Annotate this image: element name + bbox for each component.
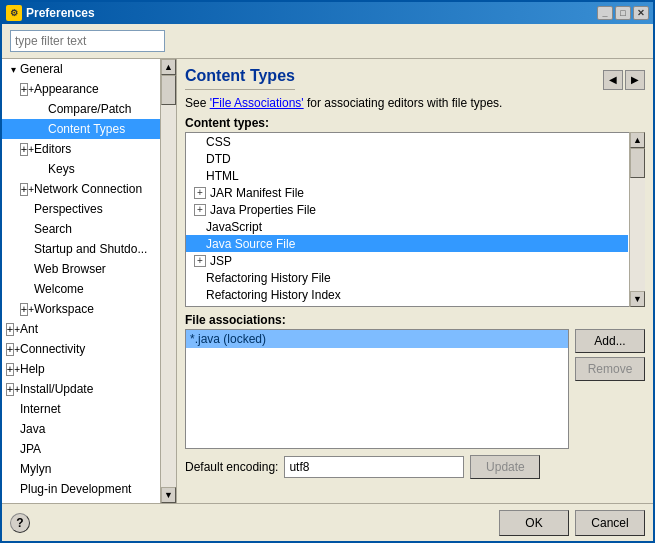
tree-item-compare-patch[interactable]: Compare/Patch: [2, 99, 160, 119]
tree-item-mylyn[interactable]: Mylyn: [2, 459, 160, 479]
tree-label-welcome: Welcome: [34, 282, 84, 296]
ct-scroll-thumb[interactable]: [630, 148, 645, 178]
tree-item-network-connection[interactable]: + Network Connection: [2, 179, 160, 199]
tree-item-help[interactable]: + Help: [2, 359, 160, 379]
scroll-down-button[interactable]: ▼: [161, 487, 176, 503]
tree-item-editors[interactable]: + Editors: [2, 139, 160, 159]
ok-button[interactable]: OK: [499, 510, 569, 536]
tree-area: General + Appearance: [2, 59, 160, 503]
ct-scroll-down[interactable]: ▼: [630, 291, 645, 307]
content-types-list: CSS DTD HTML +JAR Manifest File +Java Pr…: [186, 133, 628, 307]
help-button[interactable]: ?: [10, 513, 30, 533]
encoding-row: Default encoding: Update: [185, 455, 645, 479]
tree-item-content-types[interactable]: Content Types: [2, 119, 160, 139]
file-associations-label: File associations:: [185, 313, 645, 327]
expander-network-connection[interactable]: +: [20, 182, 34, 196]
tree-label-plugin-development: Plug-in Development: [20, 482, 131, 496]
expander-ant[interactable]: +: [6, 322, 20, 336]
tree-item-plugin-development[interactable]: Plug-in Development: [2, 479, 160, 499]
close-button[interactable]: ✕: [633, 6, 649, 20]
ct-javascript[interactable]: JavaScript: [186, 218, 628, 235]
expander-workspace[interactable]: +: [20, 302, 34, 316]
expander-connectivity[interactable]: +: [6, 342, 20, 356]
ct-html[interactable]: HTML: [186, 167, 628, 184]
left-scroll-area: General + Appearance: [2, 59, 176, 503]
tree-item-web-browser[interactable]: Web Browser: [2, 259, 160, 279]
tree-label-editors: Editors: [34, 142, 71, 156]
tree-label-compare-patch: Compare/Patch: [48, 102, 131, 116]
ct-jsp[interactable]: +JSP: [186, 252, 628, 269]
tree-item-connectivity[interactable]: + Connectivity: [2, 339, 160, 359]
encoding-label: Default encoding:: [185, 460, 278, 474]
expand-jar-manifest-icon: +: [194, 187, 206, 199]
bottom-buttons: OK Cancel: [499, 510, 645, 536]
expand-java-properties-icon: +: [194, 204, 206, 216]
tree-item-appearance[interactable]: + Appearance: [2, 79, 160, 99]
tree-item-keys[interactable]: Keys: [2, 159, 160, 179]
bottom-bar: ? OK Cancel: [2, 503, 653, 541]
file-associations-box: *.java (locked): [185, 329, 569, 449]
ct-refactoring-history[interactable]: Refactoring History File: [186, 269, 628, 286]
tree-label-internet: Internet: [20, 402, 61, 416]
expander-install-update[interactable]: +: [6, 382, 20, 396]
expander-editors[interactable]: +: [20, 142, 34, 156]
scroll-thumb[interactable]: [161, 75, 176, 105]
tree-label-java: Java: [20, 422, 45, 436]
forward-button[interactable]: ▶: [625, 70, 645, 90]
tree-item-general[interactable]: General: [2, 59, 160, 79]
maximize-button[interactable]: □: [615, 6, 631, 20]
expander-help[interactable]: +: [6, 362, 20, 376]
expander-appearance[interactable]: +: [20, 82, 34, 96]
right-panel: Content Types ◀ ▶ See 'File Associations…: [177, 59, 653, 503]
tree-item-ant[interactable]: + Ant: [2, 319, 160, 339]
tree-item-java[interactable]: Java: [2, 419, 160, 439]
preferences-window: ⚙ Preferences _ □ ✕ Gener: [0, 0, 655, 543]
remove-button[interactable]: Remove: [575, 357, 645, 381]
cancel-button[interactable]: Cancel: [575, 510, 645, 536]
ct-dtd[interactable]: DTD: [186, 150, 628, 167]
search-input[interactable]: [10, 30, 165, 52]
ct-jar-manifest[interactable]: +JAR Manifest File: [186, 184, 628, 201]
tree-item-install-update[interactable]: + Install/Update: [2, 379, 160, 399]
tree-item-welcome[interactable]: Welcome: [2, 279, 160, 299]
panel-title: Content Types: [185, 67, 295, 90]
expander-general[interactable]: [6, 62, 20, 76]
search-area: [2, 24, 653, 59]
assoc-buttons: Add... Remove: [575, 329, 645, 449]
tree-item-search[interactable]: Search: [2, 219, 160, 239]
window-icon: ⚙: [6, 5, 22, 21]
tree-label-ant: Ant: [20, 322, 38, 336]
tree-item-perspectives[interactable]: Perspectives: [2, 199, 160, 219]
add-button[interactable]: Add...: [575, 329, 645, 353]
update-button[interactable]: Update: [470, 455, 540, 479]
tree-item-jpa[interactable]: JPA: [2, 439, 160, 459]
title-bar: ⚙ Preferences _ □ ✕: [2, 2, 653, 24]
panel-nav: ◀ ▶: [601, 70, 645, 90]
back-button[interactable]: ◀: [603, 70, 623, 90]
ct-java-source[interactable]: Java Source File: [186, 235, 628, 252]
ct-css[interactable]: CSS: [186, 133, 628, 150]
tree-item-internet[interactable]: Internet: [2, 399, 160, 419]
file-associations-link[interactable]: 'File Associations': [210, 96, 304, 110]
content-types-label: Content types:: [185, 116, 645, 130]
tree-label-jpa: JPA: [20, 442, 41, 456]
tree-label-keys: Keys: [48, 162, 75, 176]
ct-java-properties[interactable]: +Java Properties File: [186, 201, 628, 218]
encoding-input[interactable]: [284, 456, 464, 478]
tree-label-perspectives: Perspectives: [34, 202, 103, 216]
ct-runtime-log[interactable]: Runtime log files: [186, 303, 628, 307]
scroll-up-button[interactable]: ▲: [161, 59, 176, 75]
tree-label-mylyn: Mylyn: [20, 462, 51, 476]
tree-label-search: Search: [34, 222, 72, 236]
ct-refactoring-index[interactable]: Refactoring History Index: [186, 286, 628, 303]
tree-item-startup-shutdown[interactable]: Startup and Shutdo...: [2, 239, 160, 259]
file-associations-section: File associations: *.java (locked) Add..…: [185, 313, 645, 449]
minimize-button[interactable]: _: [597, 6, 613, 20]
content-types-box: CSS DTD HTML +JAR Manifest File +Java Pr…: [185, 132, 645, 307]
ct-scroll-track: [630, 148, 645, 291]
fa-java-locked[interactable]: *.java (locked): [186, 330, 568, 348]
ct-scroll-up[interactable]: ▲: [630, 132, 645, 148]
window-title: Preferences: [26, 6, 95, 20]
tree-item-workspace[interactable]: + Workspace: [2, 299, 160, 319]
panel-desc-suffix: for associating editors with file types.: [304, 96, 503, 110]
